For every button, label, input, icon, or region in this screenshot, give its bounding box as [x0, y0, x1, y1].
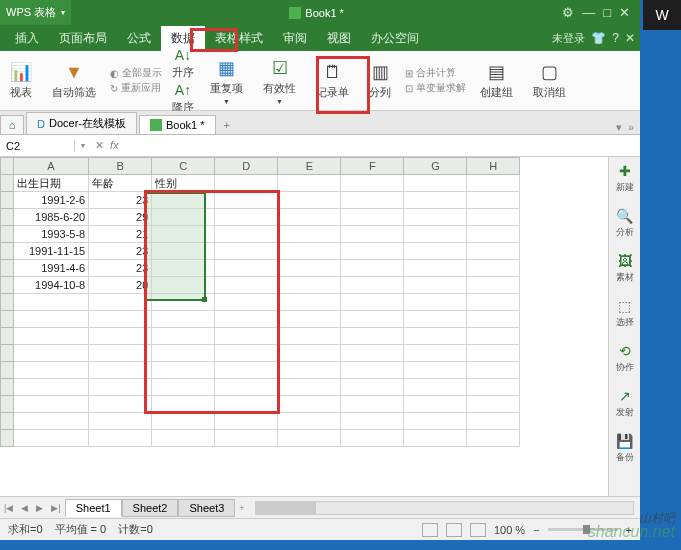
col-header-b[interactable]: B — [89, 158, 152, 175]
col-header-d[interactable]: D — [215, 158, 278, 175]
docer-tab[interactable]: DDocer-在线模板 — [26, 112, 137, 134]
col-header-e[interactable]: E — [278, 158, 341, 175]
col-header-g[interactable]: G — [404, 158, 467, 175]
tab-overflow-icon[interactable]: » — [628, 121, 634, 134]
zoom-in-button[interactable]: + — [626, 524, 632, 536]
horizontal-scrollbar[interactable] — [255, 501, 634, 515]
zoom-thumb[interactable] — [583, 525, 590, 534]
sidebar-material[interactable]: 🖼素材 — [616, 253, 634, 284]
sheet-nav-prev[interactable]: ◀ — [17, 503, 32, 513]
document-tabs: ⌂ DDocer-在线模板 Book1 * + ▾ » — [0, 111, 640, 135]
zoom-level[interactable]: 100 % — [494, 524, 525, 536]
validity-button[interactable]: ☑有效性▼ — [259, 54, 300, 108]
fx-label[interactable]: fx — [110, 139, 119, 152]
sidebar-collab[interactable]: ⟲协作 — [616, 343, 634, 374]
col-header-f[interactable]: F — [341, 158, 404, 175]
menu-office-space[interactable]: 办公空间 — [361, 26, 429, 51]
status-sum: 求和=0 — [8, 522, 43, 537]
show-all-button[interactable]: ◐全部显示 — [110, 66, 162, 80]
grid: A B C D E F G H 出生日期年龄性别 1991-2-623 1985… — [0, 157, 520, 447]
add-sheet-button[interactable]: + — [235, 503, 248, 513]
group-button[interactable]: ▤创建组 — [476, 58, 517, 103]
spreadsheet[interactable]: A B C D E F G H 出生日期年龄性别 1991-2-623 1985… — [0, 157, 608, 496]
table-row — [1, 362, 520, 379]
fx-cancel-icon[interactable]: ✕ — [95, 139, 104, 152]
menu-review[interactable]: 审阅 — [273, 26, 317, 51]
select-all-corner[interactable] — [1, 158, 14, 175]
title-bar: WPS 表格 Book1 * ⚙ — □ ✕ — [0, 0, 640, 25]
col-header-h[interactable]: H — [467, 158, 520, 175]
consolidate-button[interactable]: ⊞合并计算 — [405, 66, 466, 80]
grid-area: A B C D E F G H 出生日期年龄性别 1991-2-623 1985… — [0, 157, 640, 496]
menu-insert[interactable]: 插入 — [5, 26, 49, 51]
sheet-tab-1[interactable]: Sheet1 — [65, 499, 122, 517]
ungroup-icon: ▢ — [541, 61, 558, 83]
autofilter-button[interactable]: ▼ 自动筛选 — [48, 59, 100, 103]
menu-bar: 插入 页面布局 公式 数据 表格样式 审阅 视图 办公空间 未登录 👕 ? ✕ — [0, 25, 640, 51]
col-header-a[interactable]: A — [13, 158, 89, 175]
ribbon-close-icon[interactable]: ✕ — [625, 31, 635, 45]
view-page-button[interactable] — [446, 523, 462, 537]
app-menu-button[interactable]: WPS 表格 — [0, 0, 71, 25]
zoom-out-button[interactable]: − — [533, 524, 539, 536]
pivot-icon: 📊 — [10, 61, 32, 83]
sheet-tab-3[interactable]: Sheet3 — [178, 499, 235, 517]
login-status[interactable]: 未登录 — [552, 31, 585, 46]
tab-list-icon[interactable]: ▾ — [616, 121, 622, 134]
menu-formula[interactable]: 公式 — [117, 26, 161, 51]
skin-icon[interactable]: 👕 — [591, 31, 606, 45]
solver-button[interactable]: ⊡单变量求解 — [405, 81, 466, 95]
pivot-table-button[interactable]: 📊 视表 — [6, 58, 36, 103]
sidebar-backup[interactable]: 💾备份 — [616, 433, 634, 464]
select-icon: ⬚ — [618, 298, 631, 314]
menu-table-style[interactable]: 表格样式 — [205, 26, 273, 51]
table-row: 出生日期年龄性别 — [1, 175, 520, 192]
reapply-button[interactable]: ↻重新应用 — [110, 81, 162, 95]
sheet-nav-first[interactable]: |◀ — [0, 503, 17, 513]
sort-desc-button[interactable]: A↑降序 — [172, 82, 194, 115]
zoom-slider[interactable] — [548, 528, 618, 531]
text-to-columns-button[interactable]: ▥分列 — [365, 58, 395, 103]
header-gender[interactable]: 性别 — [152, 175, 215, 192]
view-break-button[interactable] — [470, 523, 486, 537]
columns-icon: ▥ — [372, 61, 389, 83]
menu-view[interactable]: 视图 — [317, 26, 361, 51]
maximize-button[interactable]: □ — [603, 5, 611, 20]
scrollbar-thumb[interactable] — [256, 502, 316, 514]
home-tab[interactable]: ⌂ — [0, 115, 24, 134]
menu-page-layout[interactable]: 页面布局 — [49, 26, 117, 51]
sidebar-new[interactable]: ✚新建 — [616, 163, 634, 194]
backup-icon: 💾 — [616, 433, 633, 449]
header-age[interactable]: 年龄 — [89, 175, 152, 192]
help-icon[interactable]: ? — [612, 31, 619, 45]
close-button[interactable]: ✕ — [619, 5, 630, 20]
table-row — [1, 379, 520, 396]
sidebar-select[interactable]: ⬚选择 — [616, 298, 634, 329]
validity-icon: ☑ — [272, 57, 288, 79]
view-normal-button[interactable] — [422, 523, 438, 537]
col-header-c[interactable]: C — [152, 158, 215, 175]
sidebar-analyze[interactable]: 🔍分析 — [616, 208, 634, 239]
settings-icon[interactable]: ⚙ — [562, 5, 574, 20]
docer-icon: D — [37, 118, 45, 130]
table-row: 1991-4-623 — [1, 260, 520, 277]
add-tab-button[interactable]: + — [218, 116, 236, 134]
minimize-button[interactable]: — — [582, 5, 595, 20]
sort-asc-button[interactable]: A↓升序 — [172, 47, 194, 80]
title-center: Book1 * — [71, 7, 562, 19]
wps-window: WPS 表格 Book1 * ⚙ — □ ✕ 插入 页面布局 公式 数据 表格样… — [0, 0, 640, 540]
header-birthdate[interactable]: 出生日期 — [13, 175, 89, 192]
solver-icon: ⊡ — [405, 83, 413, 94]
sheet-tab-2[interactable]: Sheet2 — [122, 499, 179, 517]
book1-tab[interactable]: Book1 * — [139, 115, 216, 134]
sheet-nav-last[interactable]: ▶| — [47, 503, 64, 513]
name-box[interactable]: C2 — [0, 140, 75, 152]
funnel-icon: ▼ — [65, 62, 83, 83]
sidebar-launch[interactable]: ↗发射 — [616, 388, 634, 419]
ungroup-button[interactable]: ▢取消组 — [529, 58, 570, 103]
sheet-nav-next[interactable]: ▶ — [32, 503, 47, 513]
form-button[interactable]: 🗒记录单 — [312, 59, 353, 103]
duplicates-button[interactable]: ▦重复项▼ — [206, 54, 247, 108]
right-sidebar: ✚新建 🔍分析 🖼素材 ⬚选择 ⟲协作 ↗发射 💾备份 — [608, 157, 640, 496]
name-box-dropdown[interactable]: ▾ — [75, 141, 91, 150]
